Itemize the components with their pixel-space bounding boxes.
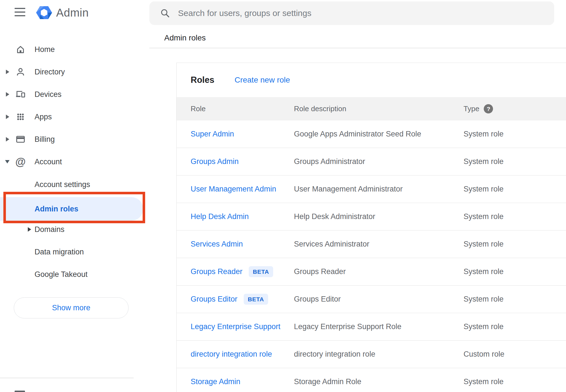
table-row: Help Desk Admin Help Desk Administrator … <box>177 203 566 231</box>
person-icon <box>15 66 26 78</box>
chevron-right-icon[interactable] <box>28 227 31 232</box>
role-description: Services Administrator <box>294 240 464 249</box>
roles-card: Roles Create new role Role Role descript… <box>176 63 566 392</box>
role-description: directory integration role <box>294 350 464 359</box>
show-more-button[interactable]: Show more <box>14 297 129 318</box>
help-icon[interactable]: ? <box>484 104 493 113</box>
role-description: Google Apps Administrator Seed Role <box>294 130 464 138</box>
card-title: Roles <box>191 75 214 85</box>
role-description: Help Desk Administrator <box>294 212 464 221</box>
sidebar-subitem-label: Data migration <box>35 248 84 256</box>
sidebar-item-label: Billing <box>35 135 55 144</box>
role-type: System role <box>464 157 566 166</box>
search-bar[interactable] <box>149 1 554 25</box>
sidebar-subitem-label: Admin roles <box>35 205 78 213</box>
sidebar-item-admin-roles[interactable]: Admin roles <box>0 197 143 221</box>
table-header-row: Role Role description Type ? <box>177 97 566 120</box>
hamburger-menu-icon[interactable] <box>15 8 25 16</box>
breadcrumb: Admin roles <box>164 33 206 42</box>
table-row: User Management Admin User Management Ad… <box>177 176 566 203</box>
sidebar-item-home[interactable]: Home <box>0 38 149 61</box>
role-link[interactable]: Storage Admin <box>191 377 240 386</box>
role-description: Legacy Enterprise Support Role <box>294 322 464 331</box>
at-sign-icon: @ <box>15 156 26 168</box>
role-link[interactable]: Legacy Enterprise Support <box>191 322 280 331</box>
search-icon <box>159 8 171 19</box>
role-link[interactable]: Help Desk Admin <box>191 212 249 221</box>
sidebar-item-directory[interactable]: Directory <box>0 61 149 83</box>
sidebar-item-label: Home <box>35 45 55 54</box>
devices-icon <box>15 88 26 100</box>
clipped-sidebar-icon <box>15 391 25 392</box>
role-type: System role <box>464 240 566 249</box>
chevron-right-icon[interactable] <box>6 70 9 74</box>
role-description: Storage Admin Role <box>294 377 464 386</box>
table-row: Groups Admin Groups Administrator System… <box>177 148 566 176</box>
role-type: System role <box>464 267 566 276</box>
sidebar-item-devices[interactable]: Devices <box>0 83 149 106</box>
role-type: System role <box>464 185 566 193</box>
admin-console-page: Admin Home Directory Devices <box>0 0 566 392</box>
role-type: Custom role <box>464 350 566 359</box>
role-type: System role <box>464 322 566 331</box>
sidebar-item-label: Apps <box>35 113 52 121</box>
role-description: Groups Administrator <box>294 157 464 166</box>
table-row: Legacy Enterprise Support Legacy Enterpr… <box>177 313 566 341</box>
home-icon <box>15 44 26 55</box>
sidebar-item-data-migration[interactable]: Data migration <box>0 241 149 263</box>
role-link[interactable]: User Management Admin <box>191 185 276 193</box>
sidebar-item-label: Account <box>35 158 62 166</box>
role-type: System role <box>464 295 566 304</box>
column-header-type: Type ? <box>464 104 566 113</box>
role-description: Groups Editor <box>294 295 464 304</box>
roles-card-header: Roles Create new role <box>177 63 566 97</box>
table-row: Storage Admin Storage Admin Role System … <box>177 368 566 392</box>
table-row: directory integration role directory int… <box>177 341 566 368</box>
sidebar-item-billing[interactable]: Billing <box>0 128 149 151</box>
table-row: Services Admin Services Administrator Sy… <box>177 231 566 258</box>
sidebar-subitem-label: Google Takeout <box>35 270 88 279</box>
role-link[interactable]: Groups Editor <box>191 295 238 304</box>
chevron-right-icon[interactable] <box>6 92 9 97</box>
brand-bar: Admin <box>0 0 149 26</box>
chevron-down-icon[interactable] <box>5 160 10 163</box>
column-header-type-label: Type <box>464 104 479 113</box>
sidebar-item-label: Devices <box>35 90 61 99</box>
sidebar-subitem-label: Account settings <box>35 180 90 189</box>
column-header-description: Role description <box>294 104 464 113</box>
header-divider <box>149 48 566 48</box>
role-description: Groups Reader <box>294 267 464 276</box>
sidebar: Admin Home Directory Devices <box>0 0 149 392</box>
table-row: Super Admin Google Apps Administrator Se… <box>177 120 566 148</box>
create-new-role-link[interactable]: Create new role <box>234 76 290 85</box>
role-type: System role <box>464 377 566 386</box>
table-row: Groups Editor BETA Groups Editor System … <box>177 286 566 313</box>
sidebar-item-label: Directory <box>35 68 65 76</box>
main-content: Admin roles Roles Create new role Role R… <box>149 0 566 392</box>
role-description: User Management Administrator <box>294 185 464 193</box>
sidebar-item-account[interactable]: @ Account <box>0 151 149 173</box>
table-row: Groups Reader BETA Groups Reader System … <box>177 258 566 286</box>
role-link[interactable]: Super Admin <box>191 130 234 138</box>
credit-card-icon <box>15 133 26 145</box>
beta-badge: BETA <box>244 294 268 305</box>
apps-grid-icon <box>15 111 26 123</box>
role-type: System role <box>464 130 566 138</box>
role-link[interactable]: Services Admin <box>191 240 243 249</box>
sidebar-subitem-label: Domains <box>35 225 65 234</box>
sidebar-item-apps[interactable]: Apps <box>0 106 149 128</box>
sidebar-divider <box>0 378 134 378</box>
search-input[interactable] <box>178 8 554 18</box>
sidebar-item-google-takeout[interactable]: Google Takeout <box>0 263 149 286</box>
role-link[interactable]: Groups Admin <box>191 157 239 166</box>
role-type: System role <box>464 212 566 221</box>
beta-badge: BETA <box>249 266 273 277</box>
column-header-role: Role <box>191 104 294 113</box>
role-link[interactable]: Groups Reader <box>191 267 243 276</box>
chevron-right-icon[interactable] <box>6 137 9 142</box>
admin-hexagon-icon <box>36 4 52 21</box>
role-link[interactable]: directory integration role <box>191 350 272 359</box>
chevron-right-icon[interactable] <box>6 115 9 119</box>
sidebar-item-account-settings[interactable]: Account settings <box>0 173 149 196</box>
sidebar-item-domains[interactable]: Domains <box>0 218 149 241</box>
